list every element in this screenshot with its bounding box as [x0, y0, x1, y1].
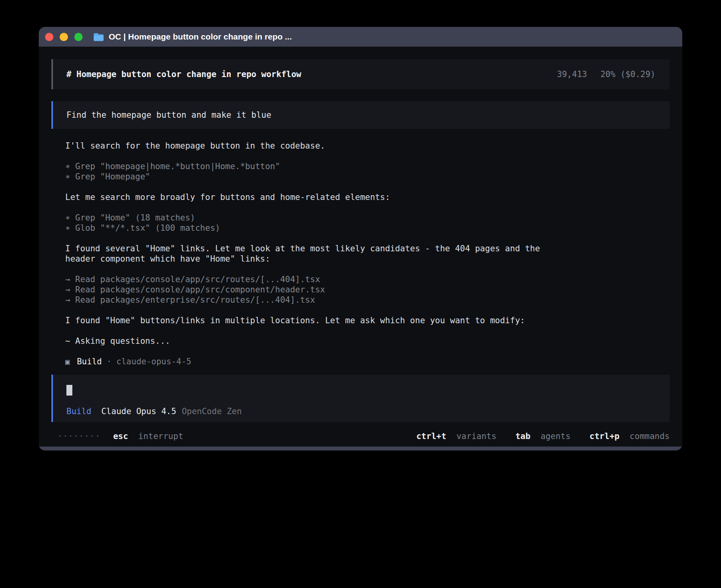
- chat-transcript: I'll search for the homepage button in t…: [51, 141, 670, 367]
- minimize-button[interactable]: [60, 33, 68, 41]
- provider-label: OpenCode Zen: [182, 407, 242, 416]
- tool-call-read: → Read packages/enterprise/src/routes/[.…: [65, 295, 555, 305]
- folder-icon: [93, 32, 104, 41]
- tool-call-grep: ∗ Grep "homepage|home.*button|Home.*butt…: [65, 161, 555, 172]
- shortcut-agents: tab agents: [515, 432, 570, 441]
- window-titlebar[interactable]: OC | Homepage button color change in rep…: [39, 27, 682, 47]
- status-footer: ········ esc interrupt ctrl+t variants t…: [51, 432, 670, 441]
- mode-label[interactable]: Build: [66, 407, 91, 416]
- session-header: # Homepage button color change in repo w…: [51, 59, 670, 89]
- tool-call-grep: ∗ Grep "Homepage": [65, 172, 555, 182]
- input-status-bar: Build Claude Opus 4.5 OpenCode Zen: [66, 407, 656, 416]
- context-usage: 20% ($0.29): [600, 70, 655, 79]
- session-stats: 39,413 20% ($0.29): [557, 70, 655, 79]
- footer-left: ········ esc interrupt: [51, 432, 183, 441]
- shortcut-label: agents: [540, 432, 570, 441]
- shortcut-key: tab: [515, 432, 530, 441]
- zoom-button[interactable]: [74, 33, 83, 41]
- assistant-text: Let me search more broadly for buttons a…: [65, 192, 555, 202]
- tool-call-group: ∗ Grep "homepage|home.*button|Home.*butt…: [65, 161, 555, 182]
- shortcut-key: ctrl+p: [589, 432, 619, 441]
- assistant-text: I found several "Home" links. Let me loo…: [65, 243, 555, 264]
- tool-call-read: → Read packages/console/app/src/routes/[…: [65, 274, 555, 285]
- tool-call-glob: ∗ Glob "**/*.tsx" (100 matches): [65, 223, 555, 233]
- tool-call-group: ∗ Grep "Home" (18 matches) ∗ Glob "**/*.…: [65, 213, 555, 233]
- tool-call-read: → Read packages/console/app/src/componen…: [65, 285, 555, 295]
- traffic-lights: [45, 33, 83, 41]
- terminal-window: OC | Homepage button color change in rep…: [39, 27, 682, 450]
- tool-call-group: → Read packages/console/app/src/routes/[…: [65, 274, 555, 305]
- shortcut-label: interrupt: [138, 432, 183, 441]
- shortcut-label: commands: [630, 432, 670, 441]
- footer-right: ctrl+t variants tab agents ctrl+p comman…: [416, 432, 670, 441]
- terminal-content: # Homepage button color change in repo w…: [39, 47, 682, 447]
- agent-separator: ·: [107, 356, 112, 367]
- spinner-dots: ········: [57, 432, 100, 441]
- token-count: 39,413: [557, 70, 587, 79]
- shortcut-label: variants: [457, 432, 496, 441]
- model-label[interactable]: Claude Opus 4.5: [101, 407, 176, 416]
- close-button[interactable]: [45, 33, 53, 41]
- shortcut-key: esc: [113, 432, 128, 441]
- titlebar-title-group: OC | Homepage button color change in rep…: [93, 32, 292, 41]
- agent-model: claude-opus-4-5: [116, 356, 191, 367]
- window-title: OC | Homepage button color change in rep…: [109, 32, 292, 41]
- session-title: # Homepage button color change in repo w…: [66, 70, 301, 79]
- shortcut-interrupt: esc interrupt: [113, 432, 183, 441]
- shortcut-key: ctrl+t: [416, 432, 446, 441]
- tool-call-grep: ∗ Grep "Home" (18 matches): [65, 213, 555, 223]
- assistant-text: I found "Home" buttons/links in multiple…: [65, 315, 555, 326]
- shortcut-commands: ctrl+p commands: [589, 432, 670, 441]
- assistant-text: I'll search for the homepage button in t…: [65, 141, 555, 151]
- agent-name: Build: [77, 356, 102, 367]
- text-cursor: [66, 385, 72, 396]
- shortcut-variants: ctrl+t variants: [416, 432, 496, 441]
- agent-icon: ▣: [65, 356, 70, 367]
- agent-badge: ▣ Build · claude-opus-4-5: [65, 356, 555, 367]
- user-message-text: Find the homepage button and make it blu…: [66, 110, 271, 120]
- user-message: Find the homepage button and make it blu…: [51, 101, 670, 129]
- prompt-input[interactable]: Build Claude Opus 4.5 OpenCode Zen: [51, 375, 670, 422]
- working-status: ~ Asking questions...: [65, 336, 555, 346]
